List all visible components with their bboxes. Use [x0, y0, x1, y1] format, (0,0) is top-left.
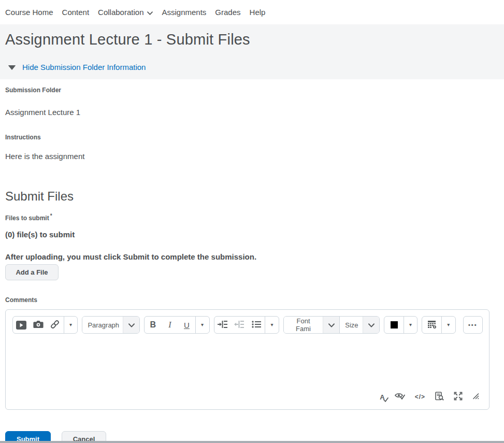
nav-label: Assignments: [162, 8, 206, 17]
font-family-dropdown[interactable]: Font Fami: [284, 317, 323, 333]
font-group: Font Fami Size: [283, 316, 380, 334]
caret-down-icon: ▾: [201, 322, 204, 327]
bullet-list-button[interactable]: [248, 317, 265, 333]
submission-folder-label: Submission Folder: [5, 87, 499, 94]
files-to-submit-label: Files to submit*: [5, 213, 499, 222]
fullscreen-icon: [454, 392, 463, 402]
chevron-down-icon: [328, 321, 335, 329]
instructions-value: Here is the assignment: [5, 152, 499, 161]
insert-stuff-button[interactable]: [13, 317, 30, 333]
caret-down-icon: ▾: [447, 322, 450, 327]
bullet-list-icon: [252, 320, 261, 330]
folder-info-toggle[interactable]: Hide Submission Folder Information: [5, 63, 499, 72]
files-label-text: Files to submit: [5, 215, 49, 222]
files-count: (0) file(s) to submit: [5, 230, 499, 239]
accessibility-check-button[interactable]: A: [380, 393, 384, 401]
caret-down-icon: ▾: [270, 322, 273, 327]
html-source-icon: </>: [415, 393, 425, 401]
upload-note: After uploading, you must click Submit t…: [5, 252, 499, 261]
bold-button[interactable]: B: [145, 317, 162, 333]
text-style-group: B I U ▾: [144, 316, 209, 334]
nav-item-grades[interactable]: Grades: [215, 8, 240, 17]
html-source-button[interactable]: </>: [415, 393, 425, 401]
nav-item-collaboration[interactable]: Collaboration: [98, 8, 153, 17]
font-size-dropdown[interactable]: Size: [339, 317, 363, 333]
spellcheck-button[interactable]: [395, 392, 405, 402]
nav-label: Grades: [215, 8, 240, 17]
paragraph-format-group: Paragraph: [82, 316, 140, 334]
font-color-button[interactable]: [384, 317, 403, 333]
nav-item-help[interactable]: Help: [250, 8, 266, 17]
list-indent-group: ▾: [214, 316, 279, 334]
resize-handle[interactable]: [472, 393, 479, 401]
nav-label: Content: [62, 8, 90, 17]
list-caret-button[interactable]: ▾: [265, 317, 279, 333]
chevron-down-icon: [128, 321, 135, 329]
editor-toolbar: ▾ Paragraph B I U ▾: [6, 310, 489, 334]
accessibility-check-icon: A: [380, 393, 384, 401]
hide-folder-info-link[interactable]: Hide Submission Folder Information: [22, 63, 146, 72]
add-file-button[interactable]: Add a File: [5, 264, 59, 280]
required-marker: *: [50, 213, 52, 219]
indent-button[interactable]: [214, 317, 232, 333]
camera-icon: [33, 320, 44, 330]
paragraph-format-dropdown[interactable]: Paragraph: [82, 317, 123, 333]
submission-folder-value: Assignment Lecture 1: [5, 108, 499, 117]
collapse-arrow-icon[interactable]: [8, 63, 16, 72]
toolbar-overflow-button[interactable]: •••: [464, 317, 482, 333]
paragraph-format-chevron-button[interactable]: [123, 317, 139, 333]
font-size-chevron-button[interactable]: [363, 317, 379, 333]
font-color-caret-button[interactable]: ▾: [404, 317, 417, 333]
caret-down-icon: ▾: [409, 322, 412, 327]
table-caret-button[interactable]: ▾: [442, 317, 455, 333]
insert-stuff-play-icon: [16, 321, 26, 330]
underline-button[interactable]: U: [178, 317, 195, 333]
insert-menu-caret-button[interactable]: ▾: [64, 317, 78, 333]
course-navbar: Course Home Content Collaboration Assign…: [0, 0, 504, 24]
font-family-chevron-button[interactable]: [323, 317, 339, 333]
page-header: Assignment Lecture 1 - Submit Files Hide…: [0, 24, 504, 79]
indent-icon: [218, 320, 228, 330]
insert-table-button[interactable]: [422, 317, 441, 333]
resize-grip-icon: [472, 393, 479, 401]
nav-label: Course Home: [5, 8, 53, 17]
italic-button[interactable]: I: [162, 317, 179, 333]
editor-footer: A </>: [6, 392, 489, 409]
font-color-group: ▾: [384, 316, 417, 334]
eye-check-icon: [395, 392, 405, 402]
footer-divider: [0, 441, 504, 443]
instructions-label: Instructions: [5, 134, 499, 141]
main-content: Submission Folder Assignment Lecture 1 I…: [0, 87, 504, 443]
color-swatch-icon: [391, 321, 398, 328]
nav-item-content[interactable]: Content: [62, 8, 90, 17]
page-title: Assignment Lecture 1 - Submit Files: [5, 31, 499, 48]
table-icon: [427, 320, 437, 331]
nav-item-course-home[interactable]: Course Home: [5, 8, 53, 17]
submit-files-heading: Submit Files: [5, 189, 499, 204]
chevron-down-icon: [147, 8, 153, 17]
nav-label: Help: [250, 8, 266, 17]
preview-magnifier-icon: [435, 392, 444, 402]
table-group: ▾: [422, 316, 455, 334]
comments-editor: ▾ Paragraph B I U ▾: [5, 309, 489, 410]
comments-editor-content[interactable]: [6, 334, 489, 392]
nav-label: Collaboration: [98, 8, 143, 17]
outdent-icon: [234, 320, 244, 330]
chevron-down-icon: [368, 321, 375, 329]
outdent-button[interactable]: [231, 317, 248, 333]
insert-link-button[interactable]: [47, 317, 64, 333]
insert-group: ▾: [12, 316, 78, 334]
insert-image-button[interactable]: [30, 317, 47, 333]
caret-down-icon: ▾: [69, 322, 72, 327]
fullscreen-button[interactable]: [454, 392, 463, 402]
text-style-caret-button[interactable]: ▾: [196, 317, 209, 333]
preview-button[interactable]: [435, 392, 444, 402]
link-icon: [50, 320, 60, 331]
comments-label: Comments: [5, 296, 499, 304]
overflow-group: •••: [463, 316, 483, 334]
ellipsis-icon: •••: [468, 322, 478, 328]
nav-item-assignments[interactable]: Assignments: [162, 8, 206, 17]
